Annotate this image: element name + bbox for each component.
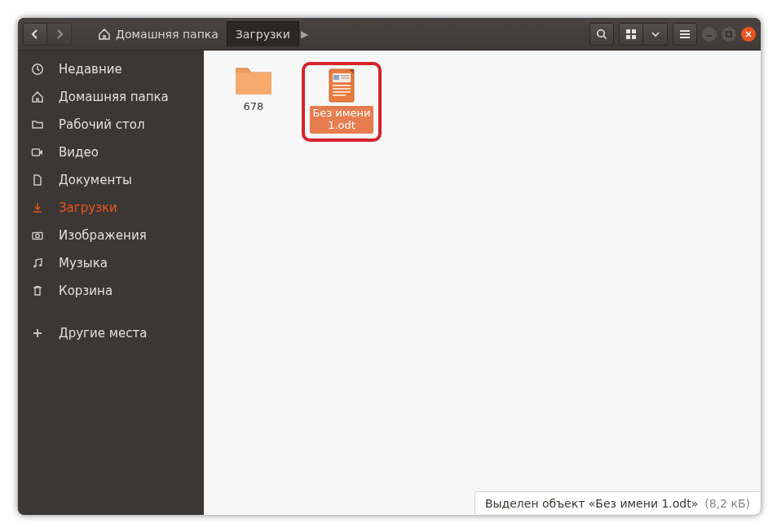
- hamburger-icon: [679, 29, 691, 40]
- svg-rect-19: [333, 85, 351, 86]
- chevron-left-icon: [31, 29, 39, 39]
- sidebar-item-home[interactable]: Домашняя папка: [18, 83, 204, 111]
- svg-rect-4: [632, 35, 636, 39]
- sidebar-item-label: Музыка: [59, 256, 108, 270]
- trash-icon: [31, 284, 46, 297]
- search-icon: [596, 29, 607, 40]
- forward-button[interactable]: [47, 23, 72, 46]
- svg-rect-5: [726, 32, 731, 37]
- status-bar: Выделен объект «Без имени 1.odt» (8,2 кБ…: [475, 491, 760, 514]
- status-size: (8,2 кБ): [704, 497, 750, 510]
- desktop-folder-icon: [31, 118, 46, 131]
- file-item-label: 678: [222, 99, 285, 115]
- sidebar-item-label: Недавние: [59, 62, 122, 77]
- path-bar: Домашняя папка Загрузки ▶: [90, 21, 585, 47]
- svg-rect-22: [333, 95, 346, 96]
- sidebar-item-label: Другие места: [59, 326, 147, 341]
- svg-rect-20: [333, 88, 351, 90]
- svg-point-9: [36, 234, 39, 237]
- sidebar-item-label: Документы: [59, 173, 132, 187]
- document-item[interactable]: Без имени 1.odt: [310, 68, 373, 134]
- annotation-highlight: Без имени 1.odt: [302, 62, 382, 142]
- grid-icon: [625, 29, 637, 40]
- svg-rect-2: [632, 29, 636, 33]
- view-options-button[interactable]: [643, 23, 668, 46]
- sidebar-item-pictures[interactable]: Изображения: [18, 222, 204, 249]
- view-button-group: [619, 23, 668, 46]
- maximize-button[interactable]: [722, 27, 736, 42]
- back-button[interactable]: [23, 23, 47, 46]
- svg-point-0: [598, 29, 604, 36]
- breadcrumb-downloads[interactable]: Загрузки: [227, 21, 299, 46]
- breadcrumb-label: Домашняя папка: [116, 28, 219, 41]
- svg-rect-18: [341, 77, 349, 79]
- chevron-down-icon: [651, 30, 660, 38]
- menu-button[interactable]: [673, 23, 697, 46]
- sidebar-item-recent[interactable]: Недавние: [18, 55, 204, 83]
- svg-rect-7: [33, 149, 40, 156]
- content-area[interactable]: 678: [204, 51, 761, 515]
- folder-icon: [234, 62, 273, 96]
- sidebar-item-music[interactable]: Музыка: [18, 249, 204, 277]
- window-body: Недавние Домашняя папка Рабочий стол Вид…: [18, 51, 761, 515]
- music-icon: [31, 257, 46, 270]
- chevron-right-icon: [55, 29, 64, 39]
- clock-icon: [31, 63, 46, 76]
- svg-point-11: [39, 264, 42, 266]
- sidebar-item-documents[interactable]: Документы: [18, 166, 204, 194]
- sidebar-item-trash[interactable]: Корзина: [18, 277, 204, 305]
- document-icon: [31, 174, 46, 187]
- minimize-icon: [705, 30, 713, 38]
- sidebar-item-label: Изображения: [59, 228, 147, 243]
- writer-document-icon: [322, 68, 361, 103]
- status-text: Выделен объект «Без имени 1.odt»: [485, 497, 698, 510]
- download-icon: [31, 201, 46, 214]
- view-toggle-button[interactable]: [619, 23, 643, 46]
- maximize-icon: [725, 30, 733, 38]
- header-actions: [589, 23, 756, 46]
- sidebar-item-label: Корзина: [59, 284, 113, 298]
- close-button[interactable]: [741, 27, 756, 42]
- breadcrumb-home[interactable]: Домашняя папка: [90, 21, 227, 46]
- folder-item[interactable]: 678: [222, 62, 285, 115]
- sidebar-item-label: Видео: [59, 145, 99, 160]
- svg-rect-16: [333, 75, 339, 80]
- header-bar: Домашняя папка Загрузки ▶: [18, 18, 761, 51]
- svg-rect-1: [626, 29, 630, 33]
- svg-rect-21: [333, 91, 351, 93]
- file-item-label: Без имени 1.odt: [310, 106, 373, 134]
- sidebar-separator: [18, 305, 204, 319]
- sidebar-item-videos[interactable]: Видео: [18, 138, 204, 166]
- svg-rect-3: [626, 35, 630, 39]
- sidebar-item-desktop[interactable]: Рабочий стол: [18, 111, 204, 138]
- home-icon: [98, 28, 111, 41]
- close-icon: [744, 30, 753, 38]
- file-manager-window: Домашняя папка Загрузки ▶: [18, 18, 761, 515]
- sidebar-item-label: Рабочий стол: [59, 117, 145, 132]
- sidebar-item-label: Загрузки: [59, 200, 117, 215]
- video-icon: [31, 146, 46, 159]
- nav-button-group: [23, 23, 72, 46]
- breadcrumb-label: Загрузки: [236, 28, 290, 41]
- plus-icon: [31, 327, 46, 340]
- sidebar: Недавние Домашняя папка Рабочий стол Вид…: [18, 51, 204, 515]
- svg-rect-12: [236, 73, 272, 95]
- sidebar-item-other-locations[interactable]: Другие места: [18, 319, 204, 347]
- svg-rect-17: [341, 75, 349, 77]
- minimize-button[interactable]: [702, 27, 717, 42]
- chevron-right-icon: ▶: [299, 29, 310, 40]
- sidebar-item-downloads[interactable]: Загрузки: [18, 194, 204, 222]
- icon-grid: 678: [204, 51, 761, 153]
- sidebar-item-label: Домашняя папка: [59, 90, 169, 104]
- svg-point-10: [33, 265, 36, 267]
- camera-icon: [31, 229, 46, 242]
- home-icon: [31, 90, 46, 103]
- search-button[interactable]: [589, 23, 614, 46]
